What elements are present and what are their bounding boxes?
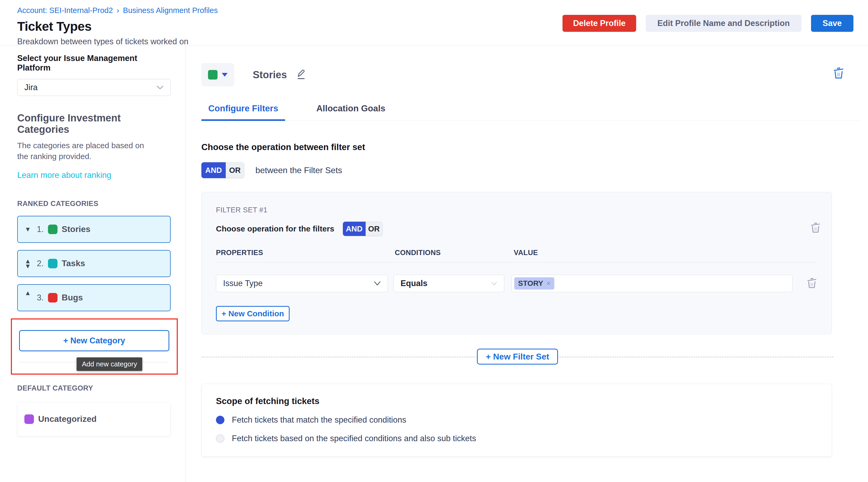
value-chip-label: STORY xyxy=(518,279,543,288)
category-rank: 3. xyxy=(37,293,44,302)
condition-select[interactable]: Equals xyxy=(394,275,504,292)
category-rank: 2. xyxy=(37,259,44,268)
category-color-swatch xyxy=(48,224,58,234)
save-button[interactable]: Save xyxy=(811,15,854,32)
remove-chip-icon[interactable]: × xyxy=(546,279,551,288)
category-rank: 1. xyxy=(37,224,44,234)
toggle-caption: between the Filter Sets xyxy=(255,165,342,175)
chevron-down-icon xyxy=(491,281,498,286)
new-condition-button[interactable]: + New Condition xyxy=(216,306,289,321)
category-color-swatch xyxy=(24,414,34,424)
chevron-down-icon xyxy=(373,281,381,286)
scope-heading: Scope of fetching tickets xyxy=(216,396,817,406)
red-highlight-annotation: + New Category Add new category xyxy=(11,319,178,374)
ranked-categories-heading: RANKED CATEGORIES xyxy=(17,200,170,208)
category-color-swatch xyxy=(48,293,58,302)
category-title: Stories xyxy=(253,69,287,81)
category-label: Bugs xyxy=(62,293,83,302)
delete-condition-icon[interactable] xyxy=(806,277,817,290)
conditions-column-header: CONDITIONS xyxy=(395,249,514,257)
header-actions: Delete Profile Edit Profile Name and Des… xyxy=(562,15,854,32)
scope-option-match[interactable]: Fetch tickets that match the specified c… xyxy=(216,415,817,425)
radio-label: Fetch tickets based on the specified con… xyxy=(232,434,476,443)
category-color-swatch xyxy=(48,259,58,268)
default-category-heading: DEFAULT CATEGORY xyxy=(17,384,170,392)
and-or-toggle: AND OR xyxy=(202,162,244,178)
radio-label: Fetch tickets that match the specified c… xyxy=(232,415,406,425)
or-option[interactable]: OR xyxy=(226,162,244,178)
property-select[interactable]: Issue Type xyxy=(216,275,388,292)
platform-select-value: Jira xyxy=(24,83,38,92)
new-filter-set-row: + New Filter Set xyxy=(202,349,834,365)
filters-operation-row: Choose operation for the filters AND OR xyxy=(216,222,817,236)
condition-select-value: Equals xyxy=(401,279,428,288)
properties-column-header: PROPERTIES xyxy=(216,249,395,257)
move-up-icon[interactable]: ▲ xyxy=(25,290,31,295)
chevron-down-icon xyxy=(156,85,164,90)
filters-operation-label: Choose operation for the filters xyxy=(216,224,334,233)
category-card-stories[interactable]: ▼ 1. Stories xyxy=(17,216,170,243)
breadcrumb: Account: SEI-Internal-Prod2 › Business A… xyxy=(17,6,854,15)
configure-categories-heading: Configure Investment Categories xyxy=(17,113,170,135)
add-new-category-tooltip: Add new category xyxy=(76,357,142,371)
and-option[interactable]: AND xyxy=(343,222,366,236)
and-option[interactable]: AND xyxy=(202,162,226,178)
delete-category-icon[interactable] xyxy=(833,67,845,80)
radio-selected-icon[interactable] xyxy=(216,416,224,424)
filter-columns-header: PROPERTIES CONDITIONS VALUE xyxy=(216,249,817,257)
category-card-bugs[interactable]: ▲ 3. Bugs xyxy=(17,284,170,311)
new-filter-set-button[interactable]: + New Filter Set xyxy=(477,349,558,365)
condition-row: Issue Type Equals STORY × xyxy=(216,275,817,292)
selected-color-swatch xyxy=(208,70,218,80)
delete-profile-button[interactable]: Delete Profile xyxy=(562,15,636,32)
category-label: Uncategorized xyxy=(38,414,96,424)
category-color-dropdown[interactable] xyxy=(202,63,234,86)
default-category-card: Uncategorized xyxy=(17,402,170,436)
page-subtitle: Breakdown between types of tickets worke… xyxy=(17,37,854,47)
property-select-value: Issue Type xyxy=(223,279,262,288)
category-label: Tasks xyxy=(62,259,85,268)
category-header-row: Stories xyxy=(202,63,868,86)
scope-card: Scope of fetching tickets Fetch tickets … xyxy=(202,384,832,457)
sidebar: Select your Issue Management Platform Ji… xyxy=(0,46,185,482)
filter-set-operation-heading: Choose the operation between filter set xyxy=(202,142,868,152)
filter-set-title: FILTER SET #1 xyxy=(216,206,817,214)
tab-bar: Configure Filters Allocation Goals xyxy=(202,103,860,121)
filters-and-or-toggle: AND OR xyxy=(343,222,382,236)
columns-divider xyxy=(216,262,817,263)
filter-set-card: FILTER SET #1 Choose operation for the f… xyxy=(202,192,832,334)
edit-category-name-icon[interactable] xyxy=(294,69,306,81)
category-label: Stories xyxy=(62,224,90,234)
edit-profile-button[interactable]: Edit Profile Name and Description xyxy=(646,15,802,32)
platform-select[interactable]: Jira xyxy=(17,79,170,96)
scope-option-sub-tickets[interactable]: Fetch tickets based on the specified con… xyxy=(216,434,817,443)
learn-more-link[interactable]: Learn more about ranking xyxy=(17,171,111,180)
or-option[interactable]: OR xyxy=(366,222,382,236)
tab-allocation-goals[interactable]: Allocation Goals xyxy=(309,103,392,121)
move-down-icon[interactable]: ▼ xyxy=(25,227,31,232)
delete-filter-set-icon[interactable] xyxy=(810,222,821,234)
tab-configure-filters[interactable]: Configure Filters xyxy=(202,103,285,121)
page-header: Account: SEI-Internal-Prod2 › Business A… xyxy=(0,0,868,46)
value-chip: STORY × xyxy=(514,277,554,290)
value-input[interactable]: STORY × xyxy=(512,275,793,292)
breadcrumb-separator-icon: › xyxy=(117,6,119,15)
breadcrumb-account-link[interactable]: Account: SEI-Internal-Prod2 xyxy=(17,6,113,15)
category-card-tasks[interactable]: ▲ ▼ 2. Tasks xyxy=(17,250,170,277)
platform-select-label: Select your Issue Management Platform xyxy=(17,54,170,73)
value-column-header: VALUE xyxy=(514,249,797,257)
caret-down-icon xyxy=(222,73,227,77)
filter-set-operation-row: AND OR between the Filter Sets xyxy=(202,162,868,178)
configure-categories-description: The categories are placed based on the r… xyxy=(17,140,145,162)
move-down-icon[interactable]: ▼ xyxy=(25,264,31,269)
main-panel: Stories Configure Filters Allocation Goa… xyxy=(185,46,868,482)
new-category-button[interactable]: + New Category xyxy=(19,330,169,351)
breadcrumb-profiles-link[interactable]: Business Alignment Profiles xyxy=(123,6,218,15)
radio-unselected-icon[interactable] xyxy=(216,434,224,443)
ranked-category-list: ▼ 1. Stories ▲ ▼ 2. Tasks ▲ 3. Bugs xyxy=(17,216,170,311)
